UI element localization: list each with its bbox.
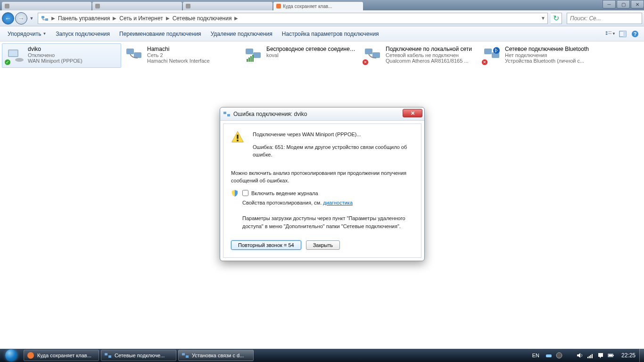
nav-forward-button[interactable]: → [15, 12, 27, 25]
start-button[interactable] [0, 349, 23, 362]
toolbar: Упорядочить▼ Запуск подключения Переимен… [0, 26, 644, 41]
redial-button[interactable]: Повторный звонок = 54 [231, 240, 301, 250]
clock[interactable]: 22:25 [618, 352, 639, 359]
delete-connection-button[interactable]: Удаление подключения [207, 29, 276, 39]
preview-pane-button[interactable] [618, 29, 628, 39]
refresh-button[interactable]: ↻ [551, 13, 562, 24]
start-connection-button[interactable]: Запуск подключения [52, 29, 114, 39]
svg-rect-40 [592, 354, 593, 358]
dialog-titlebar[interactable]: Ошибка подключения: dviko ✕ [220, 107, 424, 121]
svg-point-30 [27, 352, 34, 359]
svg-rect-11 [9, 50, 17, 56]
svg-rect-37 [587, 357, 588, 358]
volume-icon[interactable] [576, 352, 584, 359]
browser-tab[interactable] [183, 2, 272, 10]
breadcrumb-item[interactable]: Панель управления [56, 15, 112, 22]
connection-item[interactable]: ✕ Сетевое подключение Bluetooth Нет подк… [479, 43, 598, 68]
svg-point-36 [556, 353, 562, 358]
status-overlay-icon: ✓ [4, 59, 11, 66]
connection-settings-button[interactable]: Настройка параметров подключения [278, 29, 383, 39]
connection-item[interactable]: ✕ Подключение по локальной сети Сетевой … [360, 43, 479, 68]
help-button[interactable]: ? [630, 29, 640, 39]
language-indicator[interactable]: EN [529, 353, 542, 358]
checkbox-label: Включить ведение журнала [251, 189, 318, 197]
svg-rect-7 [623, 31, 626, 37]
connection-item[interactable]: ✓ dviko Отключено WAN Miniport (PPPOE) [2, 43, 121, 68]
search-box[interactable] [567, 13, 642, 24]
connection-icon [124, 46, 143, 65]
taskbar-task[interactable]: Установка связи с d... [178, 350, 254, 361]
show-desktop-button[interactable] [639, 349, 644, 362]
enable-logging-checkbox[interactable]: Включить ведение журнала [242, 189, 413, 197]
breadcrumb-item[interactable]: Сетевые подключения [171, 15, 234, 22]
tab-label: Куда сохраняет клав... [283, 4, 332, 9]
connection-item[interactable]: Hamachi Сеть 2 Hamachi Network Interface [121, 43, 240, 68]
search-input[interactable] [570, 15, 639, 22]
diagnostics-link[interactable]: диагностика [323, 200, 353, 206]
svg-rect-32 [108, 355, 111, 358]
browser-tab[interactable]: Куда сохраняет клав... [273, 2, 363, 10]
nav-history-dropdown[interactable]: ▼ [28, 12, 35, 25]
connection-name: Беспроводное сетевое соединение [266, 46, 356, 52]
nav-back-button[interactable]: ← [2, 12, 14, 25]
network-icon [41, 15, 49, 22]
connection-status: koval [266, 52, 356, 58]
favicon-icon [95, 4, 100, 8]
svg-rect-13 [126, 49, 134, 54]
svg-rect-18 [248, 58, 250, 62]
connection-status: Сетевой кабель не подключен [386, 52, 476, 58]
minimize-button[interactable]: ─ [603, 0, 616, 8]
connection-icon: ✓ [5, 46, 24, 65]
battery-icon[interactable] [607, 352, 615, 359]
connection-name: Сетевое подключение Bluetooth [505, 46, 595, 52]
svg-rect-29 [237, 140, 239, 141]
dialog-title: Ошибка подключения: dviko [233, 111, 307, 117]
connection-item[interactable]: Беспроводное сетевое соединение koval [240, 43, 360, 68]
svg-rect-31 [105, 353, 107, 355]
logging-props-text: Свойства протоколирования, см. диагности… [242, 199, 413, 207]
svg-rect-1 [45, 18, 48, 21]
breadcrumb-item[interactable]: Сеть и Интернет [117, 15, 165, 22]
error-dialog: Ошибка подключения: dviko ✕ Подключение … [220, 107, 425, 261]
connection-icon: ✕ [363, 46, 382, 65]
tray-icon[interactable] [555, 352, 563, 359]
action-center-icon[interactable] [597, 352, 604, 359]
taskbar-task[interactable]: Куда сохраняет клав... [24, 350, 99, 361]
rename-connection-button[interactable]: Переименование подключения [116, 29, 205, 39]
svg-point-25 [493, 47, 500, 54]
svg-rect-35 [546, 354, 552, 357]
status-overlay-icon: ✕ [362, 59, 369, 66]
svg-rect-2 [606, 31, 608, 33]
system-tray [542, 352, 618, 359]
breadcrumb[interactable]: ▶ Панель управления ▶ Сеть и Интернет ▶ … [38, 13, 548, 24]
taskbar-task[interactable]: Сетевые подключе... [101, 350, 176, 361]
connection-status: Отключено [28, 52, 118, 58]
connection-detail: Hamachi Network Interface [147, 58, 237, 64]
checkbox-input[interactable] [242, 190, 248, 196]
dialog-body: Подключение через WAN Miniport (PPPOE)..… [223, 123, 421, 258]
close-button[interactable]: ✕ [631, 0, 644, 8]
svg-rect-43 [609, 354, 612, 356]
dialog-close-button[interactable]: ✕ [403, 109, 422, 117]
window-controls: ─ ▢ ✕ [602, 0, 644, 8]
svg-point-12 [15, 58, 24, 62]
network-icon[interactable] [586, 352, 594, 359]
organize-menu[interactable]: Упорядочить▼ [4, 29, 50, 39]
browser-tab[interactable] [92, 2, 182, 10]
status-overlay-icon: ✕ [481, 59, 488, 66]
svg-rect-16 [253, 52, 261, 58]
svg-rect-15 [246, 49, 253, 54]
maximize-button[interactable]: ▢ [617, 0, 630, 8]
warning-icon [231, 131, 244, 144]
connection-detail: Устройства Bluetooth (личной с... [505, 58, 595, 64]
chevron-down-icon[interactable]: ▼ [540, 16, 546, 21]
tray-icon[interactable] [545, 352, 553, 359]
tray-icon[interactable] [566, 352, 573, 359]
close-button[interactable]: Закрыть [306, 240, 340, 250]
svg-text:?: ? [634, 31, 637, 37]
view-options-button[interactable]: ▼ [605, 29, 616, 39]
svg-rect-22 [372, 52, 380, 58]
menu-label: Упорядочить [8, 31, 41, 37]
connection-icon [244, 46, 263, 65]
browser-tab[interactable] [2, 2, 91, 10]
